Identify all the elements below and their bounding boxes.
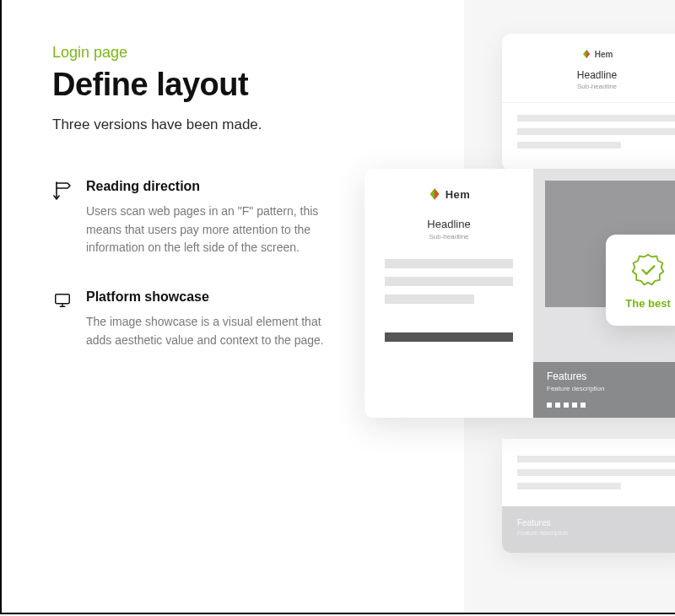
feature-reading-direction: Reading direction Users scan web pages i…: [52, 179, 331, 257]
platform-showcase-icon: [52, 291, 73, 311]
placeholder-bar: [517, 128, 675, 135]
wireframe-front-form: Hem Headline Sub-headline: [364, 169, 533, 418]
placeholder-bar: [517, 469, 675, 476]
wf-back-fields: [502, 103, 675, 149]
seal-check-icon: [629, 251, 667, 289]
pagination-dots: [547, 403, 675, 408]
feature-platform-showcase: Platform showcase The image showcase is …: [52, 289, 331, 349]
placeholder-input: [385, 259, 513, 268]
reading-direction-icon: [52, 181, 73, 201]
brand-text: Hem: [446, 188, 471, 201]
feature-body: Users scan web pages in an "F" pattern, …: [86, 203, 331, 257]
feature-body: The image showcase is a visual element t…: [86, 313, 331, 349]
main-content: Login page Define layout Three versions …: [2, 0, 339, 349]
wireframe-back-top: Hem Headline Sub-headline: [502, 34, 675, 170]
wf-back-features-label: Features: [517, 518, 675, 527]
wf-back-headline: Headline: [502, 69, 675, 81]
feature-heading: Platform showcase: [86, 289, 331, 305]
dot: [580, 403, 586, 408]
wf-headline: Headline: [427, 218, 470, 230]
wf-features-block: Features Feature description: [533, 362, 675, 418]
diamond-icon: [428, 187, 441, 201]
svg-rect-0: [56, 294, 70, 304]
placeholder-input: [385, 294, 474, 304]
wf-back-features-desc: Feature description: [517, 530, 675, 536]
page-subtitle: Three versions have been made.: [52, 116, 339, 133]
wf-back-subheadline: Sub-headline: [502, 83, 675, 90]
dot: [564, 403, 569, 408]
wf-back-features: Features Feature description: [502, 506, 675, 553]
placeholder-cta: [385, 332, 513, 342]
feature-heading: Reading direction: [86, 179, 331, 194]
placeholder-bar: [517, 483, 621, 489]
best-badge-card: The best: [606, 235, 675, 326]
brand-logo: Hem: [428, 187, 471, 201]
wf-features-label: Features: [547, 370, 675, 382]
dot: [555, 403, 560, 408]
page-title: Define layout: [52, 67, 339, 103]
best-badge-label: The best: [625, 297, 670, 310]
dot: [572, 403, 577, 408]
placeholder-bar: [517, 142, 621, 149]
placeholder-input: [385, 277, 513, 286]
wf-features-desc: Feature description: [547, 385, 675, 392]
brand-logo-small: Hem: [581, 49, 613, 59]
placeholder-bar: [517, 456, 675, 462]
diamond-icon: [581, 49, 591, 59]
brand-text-small: Hem: [595, 50, 613, 59]
wireframe-back-bottom: Features Feature description: [502, 439, 675, 553]
dot: [547, 403, 552, 408]
eyebrow: Login page: [52, 44, 339, 62]
placeholder-bar: [517, 115, 675, 122]
wf-subheadline: Sub-headline: [429, 233, 468, 240]
